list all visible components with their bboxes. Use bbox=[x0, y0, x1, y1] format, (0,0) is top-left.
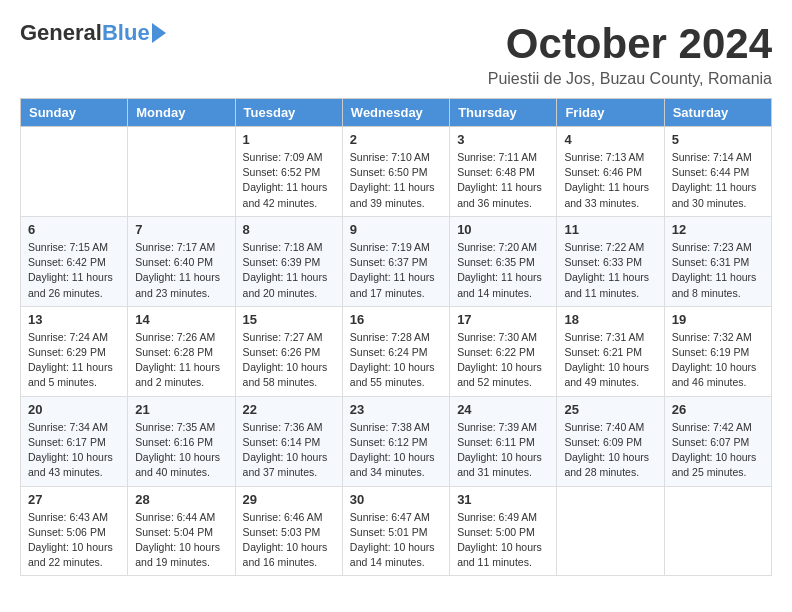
logo-blue-text: Blue bbox=[102, 20, 150, 46]
day-info: Sunrise: 7:36 AMSunset: 6:14 PMDaylight:… bbox=[243, 420, 335, 481]
calendar-cell: 17Sunrise: 7:30 AMSunset: 6:22 PMDayligh… bbox=[450, 306, 557, 396]
calendar-cell: 31Sunrise: 6:49 AMSunset: 5:00 PMDayligh… bbox=[450, 486, 557, 576]
calendar-cell: 9Sunrise: 7:19 AMSunset: 6:37 PMDaylight… bbox=[342, 216, 449, 306]
weekday-header: Friday bbox=[557, 99, 664, 127]
day-info: Sunrise: 6:47 AMSunset: 5:01 PMDaylight:… bbox=[350, 510, 442, 571]
calendar-week-row: 6Sunrise: 7:15 AMSunset: 6:42 PMDaylight… bbox=[21, 216, 772, 306]
day-info: Sunrise: 6:43 AMSunset: 5:06 PMDaylight:… bbox=[28, 510, 120, 571]
calendar-cell: 24Sunrise: 7:39 AMSunset: 6:11 PMDayligh… bbox=[450, 396, 557, 486]
day-number: 31 bbox=[457, 492, 549, 507]
day-info: Sunrise: 7:18 AMSunset: 6:39 PMDaylight:… bbox=[243, 240, 335, 301]
calendar-cell: 12Sunrise: 7:23 AMSunset: 6:31 PMDayligh… bbox=[664, 216, 771, 306]
location-text: Puiestii de Jos, Buzau County, Romania bbox=[488, 70, 772, 88]
calendar-cell: 7Sunrise: 7:17 AMSunset: 6:40 PMDaylight… bbox=[128, 216, 235, 306]
day-number: 5 bbox=[672, 132, 764, 147]
day-number: 1 bbox=[243, 132, 335, 147]
month-title: October 2024 bbox=[488, 20, 772, 68]
day-number: 4 bbox=[564, 132, 656, 147]
day-info: Sunrise: 7:30 AMSunset: 6:22 PMDaylight:… bbox=[457, 330, 549, 391]
calendar-cell: 2Sunrise: 7:10 AMSunset: 6:50 PMDaylight… bbox=[342, 127, 449, 217]
day-number: 3 bbox=[457, 132, 549, 147]
day-info: Sunrise: 7:14 AMSunset: 6:44 PMDaylight:… bbox=[672, 150, 764, 211]
day-number: 14 bbox=[135, 312, 227, 327]
calendar-cell bbox=[664, 486, 771, 576]
day-info: Sunrise: 7:15 AMSunset: 6:42 PMDaylight:… bbox=[28, 240, 120, 301]
calendar-header-row: SundayMondayTuesdayWednesdayThursdayFrid… bbox=[21, 99, 772, 127]
calendar-cell: 3Sunrise: 7:11 AMSunset: 6:48 PMDaylight… bbox=[450, 127, 557, 217]
day-number: 13 bbox=[28, 312, 120, 327]
title-section: October 2024 Puiestii de Jos, Buzau Coun… bbox=[488, 20, 772, 88]
day-number: 7 bbox=[135, 222, 227, 237]
calendar-cell: 13Sunrise: 7:24 AMSunset: 6:29 PMDayligh… bbox=[21, 306, 128, 396]
day-number: 23 bbox=[350, 402, 442, 417]
calendar-cell: 29Sunrise: 6:46 AMSunset: 5:03 PMDayligh… bbox=[235, 486, 342, 576]
calendar-cell: 6Sunrise: 7:15 AMSunset: 6:42 PMDaylight… bbox=[21, 216, 128, 306]
day-info: Sunrise: 7:22 AMSunset: 6:33 PMDaylight:… bbox=[564, 240, 656, 301]
calendar-cell: 16Sunrise: 7:28 AMSunset: 6:24 PMDayligh… bbox=[342, 306, 449, 396]
day-number: 20 bbox=[28, 402, 120, 417]
logo-arrow-icon bbox=[152, 23, 166, 43]
calendar-week-row: 27Sunrise: 6:43 AMSunset: 5:06 PMDayligh… bbox=[21, 486, 772, 576]
day-number: 22 bbox=[243, 402, 335, 417]
day-info: Sunrise: 7:13 AMSunset: 6:46 PMDaylight:… bbox=[564, 150, 656, 211]
day-number: 25 bbox=[564, 402, 656, 417]
calendar-week-row: 1Sunrise: 7:09 AMSunset: 6:52 PMDaylight… bbox=[21, 127, 772, 217]
day-info: Sunrise: 7:28 AMSunset: 6:24 PMDaylight:… bbox=[350, 330, 442, 391]
day-number: 10 bbox=[457, 222, 549, 237]
calendar-week-row: 20Sunrise: 7:34 AMSunset: 6:17 PMDayligh… bbox=[21, 396, 772, 486]
day-number: 16 bbox=[350, 312, 442, 327]
day-number: 17 bbox=[457, 312, 549, 327]
day-number: 24 bbox=[457, 402, 549, 417]
calendar-cell: 30Sunrise: 6:47 AMSunset: 5:01 PMDayligh… bbox=[342, 486, 449, 576]
calendar-cell: 28Sunrise: 6:44 AMSunset: 5:04 PMDayligh… bbox=[128, 486, 235, 576]
day-number: 12 bbox=[672, 222, 764, 237]
calendar-cell: 4Sunrise: 7:13 AMSunset: 6:46 PMDaylight… bbox=[557, 127, 664, 217]
day-info: Sunrise: 7:24 AMSunset: 6:29 PMDaylight:… bbox=[28, 330, 120, 391]
calendar-cell bbox=[128, 127, 235, 217]
day-number: 28 bbox=[135, 492, 227, 507]
day-info: Sunrise: 6:44 AMSunset: 5:04 PMDaylight:… bbox=[135, 510, 227, 571]
day-info: Sunrise: 7:20 AMSunset: 6:35 PMDaylight:… bbox=[457, 240, 549, 301]
day-info: Sunrise: 6:46 AMSunset: 5:03 PMDaylight:… bbox=[243, 510, 335, 571]
calendar-cell: 10Sunrise: 7:20 AMSunset: 6:35 PMDayligh… bbox=[450, 216, 557, 306]
day-info: Sunrise: 6:49 AMSunset: 5:00 PMDaylight:… bbox=[457, 510, 549, 571]
logo: General Blue bbox=[20, 20, 166, 46]
weekday-header: Monday bbox=[128, 99, 235, 127]
day-number: 9 bbox=[350, 222, 442, 237]
day-number: 29 bbox=[243, 492, 335, 507]
weekday-header: Thursday bbox=[450, 99, 557, 127]
weekday-header: Sunday bbox=[21, 99, 128, 127]
day-number: 6 bbox=[28, 222, 120, 237]
day-info: Sunrise: 7:34 AMSunset: 6:17 PMDaylight:… bbox=[28, 420, 120, 481]
day-number: 18 bbox=[564, 312, 656, 327]
calendar-cell: 11Sunrise: 7:22 AMSunset: 6:33 PMDayligh… bbox=[557, 216, 664, 306]
calendar-cell: 8Sunrise: 7:18 AMSunset: 6:39 PMDaylight… bbox=[235, 216, 342, 306]
day-number: 26 bbox=[672, 402, 764, 417]
day-info: Sunrise: 7:10 AMSunset: 6:50 PMDaylight:… bbox=[350, 150, 442, 211]
page-header: General Blue October 2024 Puiestii de Jo… bbox=[20, 20, 772, 88]
calendar-cell bbox=[21, 127, 128, 217]
day-info: Sunrise: 7:40 AMSunset: 6:09 PMDaylight:… bbox=[564, 420, 656, 481]
day-info: Sunrise: 7:26 AMSunset: 6:28 PMDaylight:… bbox=[135, 330, 227, 391]
day-number: 11 bbox=[564, 222, 656, 237]
calendar-week-row: 13Sunrise: 7:24 AMSunset: 6:29 PMDayligh… bbox=[21, 306, 772, 396]
weekday-header: Saturday bbox=[664, 99, 771, 127]
calendar-cell: 21Sunrise: 7:35 AMSunset: 6:16 PMDayligh… bbox=[128, 396, 235, 486]
day-info: Sunrise: 7:17 AMSunset: 6:40 PMDaylight:… bbox=[135, 240, 227, 301]
calendar-cell: 22Sunrise: 7:36 AMSunset: 6:14 PMDayligh… bbox=[235, 396, 342, 486]
day-number: 19 bbox=[672, 312, 764, 327]
day-info: Sunrise: 7:23 AMSunset: 6:31 PMDaylight:… bbox=[672, 240, 764, 301]
day-info: Sunrise: 7:09 AMSunset: 6:52 PMDaylight:… bbox=[243, 150, 335, 211]
day-info: Sunrise: 7:31 AMSunset: 6:21 PMDaylight:… bbox=[564, 330, 656, 391]
calendar-cell: 5Sunrise: 7:14 AMSunset: 6:44 PMDaylight… bbox=[664, 127, 771, 217]
calendar-cell: 26Sunrise: 7:42 AMSunset: 6:07 PMDayligh… bbox=[664, 396, 771, 486]
calendar-cell: 27Sunrise: 6:43 AMSunset: 5:06 PMDayligh… bbox=[21, 486, 128, 576]
calendar-cell: 19Sunrise: 7:32 AMSunset: 6:19 PMDayligh… bbox=[664, 306, 771, 396]
day-info: Sunrise: 7:35 AMSunset: 6:16 PMDaylight:… bbox=[135, 420, 227, 481]
day-info: Sunrise: 7:38 AMSunset: 6:12 PMDaylight:… bbox=[350, 420, 442, 481]
calendar-cell: 14Sunrise: 7:26 AMSunset: 6:28 PMDayligh… bbox=[128, 306, 235, 396]
calendar-cell: 23Sunrise: 7:38 AMSunset: 6:12 PMDayligh… bbox=[342, 396, 449, 486]
day-info: Sunrise: 7:11 AMSunset: 6:48 PMDaylight:… bbox=[457, 150, 549, 211]
day-info: Sunrise: 7:19 AMSunset: 6:37 PMDaylight:… bbox=[350, 240, 442, 301]
calendar-cell: 18Sunrise: 7:31 AMSunset: 6:21 PMDayligh… bbox=[557, 306, 664, 396]
